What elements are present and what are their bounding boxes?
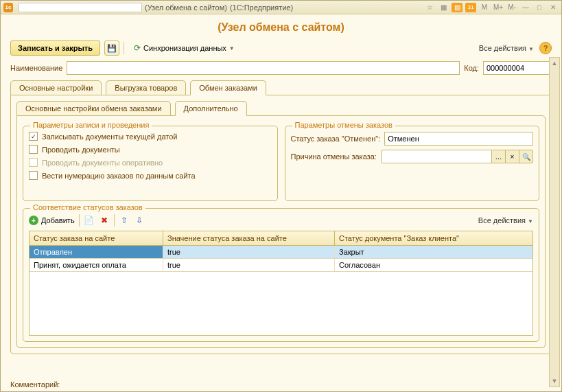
m-btn[interactable]: M xyxy=(479,3,490,12)
cancel-status-label: Статус заказа "Отменен": xyxy=(291,135,381,143)
table-row[interactable]: Принят, ожидается оплата true Согласован xyxy=(30,259,532,272)
cancel-params-legend: Параметры отмены заказов xyxy=(292,121,395,129)
titlebar-field xyxy=(19,3,142,12)
ellipsis-button[interactable]: … xyxy=(492,150,506,163)
th-site-value[interactable]: Значение статуса заказа на сайте xyxy=(163,231,335,245)
m-minus-btn[interactable]: M- xyxy=(506,3,517,12)
tab-export[interactable]: Выгрузка товаров xyxy=(106,80,186,95)
write-params-legend: Параметры записи и проведения xyxy=(30,121,152,129)
status-map-fieldset: Соответствие статусов заказов + Добавить… xyxy=(23,208,539,342)
table-all-actions[interactable]: Все действия ▼ xyxy=(478,216,533,224)
tab-main[interactable]: Основные настройки xyxy=(10,80,102,95)
cancel-params-fieldset: Параметры отмены заказов Статус заказа "… xyxy=(285,126,540,201)
plus-icon: + xyxy=(29,216,38,225)
app-icon: 1c xyxy=(3,3,13,12)
calendar-icon[interactable]: 31 xyxy=(465,3,476,12)
status-map-legend: Соответствие статусов заказов xyxy=(30,203,145,211)
scroll-down-icon[interactable]: ▼ xyxy=(550,376,559,387)
separator xyxy=(124,42,124,54)
toolbar: Записать и закрыть 💾 ⟳ Синхронизация дан… xyxy=(10,41,552,56)
th-site-status[interactable]: Статус заказа на сайте xyxy=(30,231,163,245)
subtab-additional[interactable]: Дополнительно xyxy=(175,101,247,116)
subtab-main-orders[interactable]: Основные настройки обмена заказами xyxy=(16,101,171,116)
clear-button[interactable]: × xyxy=(506,150,519,163)
move-up-icon[interactable]: ⇧ xyxy=(119,215,130,226)
cb-numbering[interactable] xyxy=(29,171,38,180)
search-button[interactable]: 🔍 xyxy=(519,150,533,163)
delete-icon[interactable]: ✖ xyxy=(99,215,110,226)
cancel-reason-label: Причина отмены заказа: xyxy=(291,152,377,161)
table-row[interactable]: Отправлен true Закрыт xyxy=(30,246,532,259)
code-input[interactable] xyxy=(483,61,552,75)
help-icon[interactable]: ? xyxy=(539,42,552,54)
close-icon[interactable]: ✕ xyxy=(548,3,559,12)
maximize-icon[interactable]: □ xyxy=(534,3,545,12)
chevron-down-icon: ▼ xyxy=(229,45,235,51)
cb-post-operative xyxy=(29,158,38,167)
grid-icon[interactable]: ▦ xyxy=(438,3,449,12)
titlebar: 1c (Узел обмена с сайтом) (1С:Предприяти… xyxy=(1,1,561,14)
m-plus-btn[interactable]: M+ xyxy=(493,3,504,12)
th-doc-status[interactable]: Статус документа "Заказ клиента" xyxy=(335,231,532,245)
cancel-reason-input[interactable] xyxy=(381,150,492,163)
sync-icon: ⟳ xyxy=(134,43,141,53)
save-icon[interactable]: 💾 xyxy=(104,41,119,56)
save-close-button[interactable]: Записать и закрыть xyxy=(10,41,100,56)
sync-button[interactable]: ⟳ Синхронизация данных ▼ xyxy=(128,41,240,55)
scroll-track[interactable] xyxy=(550,69,559,376)
write-params-fieldset: Параметры записи и проведения Записывать… xyxy=(23,126,278,201)
sub-tabs: Основные настройки обмена заказами Допол… xyxy=(16,101,546,116)
page-title: (Узел обмена с сайтом) xyxy=(10,21,552,34)
move-down-icon[interactable]: ⇩ xyxy=(134,215,145,226)
sync-label: Синхронизация данных xyxy=(143,44,226,52)
cb-current-date[interactable] xyxy=(29,132,38,141)
comment-label: Комментарий: xyxy=(10,380,60,389)
fav-icon[interactable]: ☆ xyxy=(424,3,435,12)
all-actions-link[interactable]: Все действия ▼ xyxy=(479,44,534,52)
tab-orders[interactable]: Обмен заказами xyxy=(190,80,266,95)
code-label: Код: xyxy=(464,64,479,72)
cb-post-docs[interactable] xyxy=(29,145,38,154)
cancel-status-input[interactable] xyxy=(384,132,533,146)
scroll-up-icon[interactable]: ▲ xyxy=(550,58,559,69)
titlebar-app: (1С:Предприятие) xyxy=(230,3,293,12)
titlebar-node: (Узел обмена с сайтом) xyxy=(145,3,227,12)
name-label: Наименование xyxy=(10,64,62,72)
app-window: 1c (Узел обмена с сайтом) (1С:Предприяти… xyxy=(0,0,562,392)
add-button[interactable]: + Добавить xyxy=(29,216,75,225)
main-tabs: Основные настройки Выгрузка товаров Обме… xyxy=(10,80,552,95)
status-table: Статус заказа на сайте Значение статуса … xyxy=(29,231,533,336)
name-input[interactable] xyxy=(67,61,460,75)
copy-icon[interactable]: 📄 xyxy=(84,215,95,226)
minimize-icon[interactable]: — xyxy=(520,3,531,12)
calc-icon[interactable]: ▤ xyxy=(452,3,463,12)
scrollbar[interactable]: ▲ ▼ xyxy=(549,57,560,387)
